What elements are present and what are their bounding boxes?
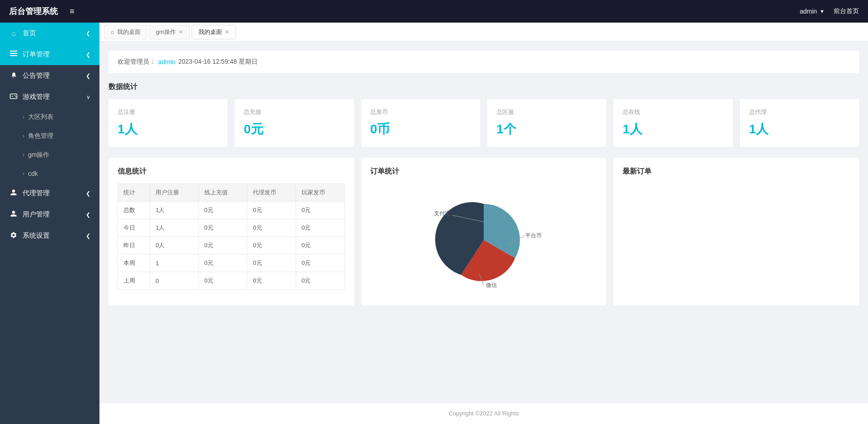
table-row: 今日1人0元0元0元 — [118, 219, 345, 237]
welcome-prefix: 欢迎管理员： — [118, 58, 156, 66]
latest-order-panel: 最新订单 — [613, 158, 859, 306]
table-cell-0-3: 0元 — [247, 202, 296, 219]
sidebar-sub-item-gm-label: gm操作 — [28, 151, 49, 159]
sidebar-item-order[interactable]: 订单管理 ❮ — [0, 44, 99, 65]
sidebar-item-notice[interactable]: 公告管理 ❮ — [0, 65, 99, 86]
wechat-label-text: 微信 — [486, 282, 497, 288]
role-arrow: › — [23, 133, 24, 139]
table-cell-0-2: 0元 — [198, 202, 247, 219]
sidebar-item-home[interactable]: ⌂ 首页 ❮ — [0, 23, 99, 44]
sidebar-item-settings[interactable]: 系统设置 ❮ — [0, 225, 99, 246]
main-layout: ⌂ 首页 ❮ 订单管理 ❮ 公告管理 ❮ 游戏管理 ∨ — [0, 23, 868, 424]
menu-toggle-button[interactable]: ≡ — [65, 4, 79, 19]
stat-label-3: 总区服 — [496, 108, 597, 116]
settings-icon — [9, 231, 18, 240]
table-cell-4-3: 0元 — [247, 272, 296, 290]
table-cell-1-4: 0元 — [296, 219, 345, 237]
th-player-coin: 玩家发币 — [296, 184, 345, 202]
bottom-panels: 信息统计 统计 用户注册 线上充值 代理发币 玩家发币 — [108, 158, 859, 306]
sidebar-item-game[interactable]: 游戏管理 ∨ — [0, 86, 99, 108]
th-stat: 统计 — [118, 184, 150, 202]
tab-my-desktop-2[interactable]: 我的桌面 ✕ — [192, 25, 236, 39]
stat-card-5: 总代理 1人 — [740, 99, 859, 147]
agent-icon — [9, 189, 18, 198]
table-header-row: 统计 用户注册 线上充值 代理发币 玩家发币 — [118, 184, 345, 202]
tab-gm-close[interactable]: ✕ — [179, 29, 183, 35]
alipay-label-text: 支付宝 — [434, 210, 450, 217]
admin-label: admin — [800, 8, 817, 15]
stat-value-4: 1人 — [623, 121, 723, 138]
user-icon — [9, 210, 18, 219]
app-title: 后台管理系统 — [9, 6, 58, 17]
front-link[interactable]: 前台首页 — [834, 7, 859, 15]
table-cell-1-2: 0元 — [198, 219, 247, 237]
home-icon: ⌂ — [9, 29, 18, 37]
table-cell-3-1: 1 — [150, 254, 199, 272]
welcome-datetime: 2023-04-16 12:59:48 星期日 — [178, 58, 258, 66]
svg-rect-1 — [10, 53, 17, 54]
stat-value-0: 1人 — [118, 121, 218, 138]
order-stats-title: 订单统计 — [370, 167, 598, 176]
top-header: 后台管理系统 ≡ admin ▼ 前台首页 — [0, 0, 868, 23]
sidebar-sub-item-gm[interactable]: › gm操作 — [0, 146, 99, 165]
stat-label-5: 总代理 — [749, 108, 850, 116]
tab-desktop-close[interactable]: ✕ — [225, 29, 229, 35]
sidebar-item-notice-label: 公告管理 — [23, 71, 50, 80]
admin-dropdown-icon: ▼ — [820, 9, 825, 14]
main-content: ⌂ 我的桌面 gm操作 ✕ 我的桌面 ✕ 欢迎管理员： admin 2023-0… — [99, 23, 868, 424]
table-row: 总数1人0元0元0元 — [118, 202, 345, 219]
sidebar-sub-item-region[interactable]: › 大区列表 — [0, 108, 99, 127]
tab-label-1: 我的桌面 — [117, 28, 141, 36]
sidebar-sub-item-cdk-label: cdk — [28, 170, 38, 177]
table-row: 本周10元0元0元 — [118, 254, 345, 272]
footer-text: Copyright ©2022 All Rights — [448, 410, 519, 417]
svg-rect-2 — [10, 55, 17, 56]
sidebar-arrow-game: ∨ — [86, 94, 90, 100]
sidebar-sub-item-cdk[interactable]: › cdk — [0, 165, 99, 183]
gm-arrow: › — [23, 152, 24, 158]
info-stats-panel: 信息统计 统计 用户注册 线上充值 代理发币 玩家发币 — [108, 158, 354, 306]
sidebar-arrow-home: ❮ — [86, 30, 90, 37]
stat-label-1: 总充值 — [244, 108, 344, 116]
table-cell-0-1: 1人 — [150, 202, 199, 219]
stat-card-3: 总区服 1个 — [487, 99, 606, 147]
sidebar-item-game-label: 游戏管理 — [23, 93, 50, 101]
platform-label-text: 平台币 — [525, 232, 542, 239]
sidebar-item-user-label: 用户管理 — [23, 210, 50, 219]
sidebar-sub-item-role-label: 角色管理 — [28, 132, 53, 140]
footer: Copyright ©2022 All Rights — [99, 402, 868, 424]
page-body: 欢迎管理员： admin 2023-04-16 12:59:48 星期日 数据统… — [99, 42, 868, 402]
table-cell-4-1: 0 — [150, 272, 199, 290]
region-arrow: › — [23, 114, 24, 120]
stat-label-2: 总发币 — [370, 108, 471, 116]
tab-my-desktop-1[interactable]: ⌂ 我的桌面 — [104, 25, 147, 39]
sidebar-arrow-settings: ❮ — [86, 233, 90, 239]
table-cell-3-3: 0元 — [247, 254, 296, 272]
table-row: 昨日0人0元0元0元 — [118, 237, 345, 254]
sidebar-item-agent[interactable]: 代理管理 ❮ — [0, 183, 99, 204]
tab-gm[interactable]: gm操作 ✕ — [149, 25, 190, 39]
admin-info[interactable]: admin ▼ — [800, 8, 825, 15]
svg-point-6 — [15, 96, 16, 97]
th-user-reg: 用户注册 — [150, 184, 199, 202]
stat-card-2: 总发币 0币 — [361, 99, 480, 147]
th-agent-coin: 代理发币 — [247, 184, 296, 202]
stat-value-5: 1人 — [749, 121, 850, 138]
tab-home-icon: ⌂ — [111, 28, 114, 35]
table-cell-0-4: 0元 — [296, 202, 345, 219]
sidebar-item-user[interactable]: 用户管理 ❮ — [0, 204, 99, 225]
cdk-arrow: › — [23, 170, 24, 177]
table-cell-0-0: 总数 — [118, 202, 150, 219]
table-cell-1-0: 今日 — [118, 219, 150, 237]
sidebar-sub-item-role[interactable]: › 角色管理 — [0, 127, 99, 146]
sidebar-arrow-user: ❮ — [86, 212, 90, 218]
sidebar: ⌂ 首页 ❮ 订单管理 ❮ 公告管理 ❮ 游戏管理 ∨ — [0, 23, 99, 424]
table-cell-2-1: 0人 — [150, 237, 199, 254]
stat-value-3: 1个 — [496, 121, 597, 138]
notice-icon — [9, 71, 18, 80]
stats-title: 数据统计 — [108, 82, 859, 92]
svg-point-5 — [14, 95, 15, 96]
pie-chart-container: 支付宝 平台币 微信 — [370, 184, 598, 297]
table-cell-2-0: 昨日 — [118, 237, 150, 254]
sidebar-item-agent-label: 代理管理 — [23, 189, 50, 198]
